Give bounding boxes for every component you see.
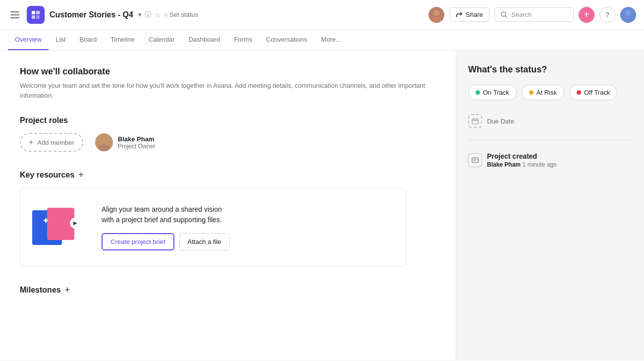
- resources-title: Key resources: [20, 171, 74, 180]
- status-buttons: On Track At Risk Off Track: [468, 85, 632, 100]
- svg-rect-14: [472, 119, 478, 124]
- roles-header: Project roles: [20, 116, 436, 125]
- main-layout: How we'll collaborate Welcome your team …: [0, 51, 644, 360]
- svg-rect-6: [36, 15, 40, 19]
- svg-rect-0: [10, 11, 19, 12]
- sidebar-panel: What's the status? On Track At Risk Off …: [456, 51, 644, 360]
- illus-sparkle: ✦: [42, 215, 50, 226]
- app-icon: [27, 6, 45, 24]
- svg-point-12: [101, 137, 107, 144]
- svg-point-10: [625, 10, 631, 16]
- title-actions: ▾ ⓘ ☆ Set status: [138, 10, 198, 19]
- navbar-left: Customer Stories - Q4 ▾ ⓘ ☆ Set status: [8, 6, 424, 24]
- tab-conversations[interactable]: Conversations: [259, 30, 314, 50]
- status-off-track[interactable]: Off Track: [569, 85, 618, 100]
- tab-timeline[interactable]: Timeline: [104, 30, 142, 50]
- share-label: Share: [466, 11, 483, 18]
- roles-list: + Add member Blake Pham Project Owner: [20, 133, 436, 152]
- created-meta: Blake Pham 1 minute ago: [487, 161, 557, 168]
- svg-rect-1: [10, 14, 19, 15]
- tab-calendar[interactable]: Calendar: [142, 30, 182, 50]
- share-button[interactable]: Share: [449, 7, 489, 22]
- search-box[interactable]: Search: [494, 7, 574, 22]
- member-avatar-blake: [95, 133, 113, 151]
- tab-board[interactable]: Board: [72, 30, 104, 50]
- help-button[interactable]: ?: [599, 7, 615, 23]
- set-status[interactable]: Set status: [164, 11, 198, 18]
- svg-point-8: [431, 16, 441, 23]
- resources-add-icon[interactable]: +: [78, 170, 84, 180]
- hamburger-icon[interactable]: [8, 11, 22, 18]
- content-area: How we'll collaborate Welcome your team …: [0, 51, 456, 360]
- resources-header: Key resources +: [20, 170, 436, 180]
- svg-rect-15: [472, 158, 478, 163]
- off-track-dot: [577, 90, 581, 95]
- member-name: Blake Pham: [118, 135, 156, 143]
- created-icon: [468, 153, 482, 167]
- created-by: Blake Pham: [487, 161, 521, 168]
- tab-forms[interactable]: Forms: [227, 30, 259, 50]
- due-date-label: Due Date: [487, 118, 514, 125]
- off-track-label: Off Track: [584, 89, 610, 96]
- at-risk-label: At Risk: [537, 89, 557, 96]
- calendar-icon: [468, 114, 482, 128]
- project-title: Customer Stories - Q4: [50, 10, 133, 19]
- status-on-track[interactable]: On Track: [468, 85, 517, 100]
- add-button[interactable]: +: [579, 7, 594, 23]
- created-time: 1 minute ago: [522, 161, 556, 168]
- milestones-add-icon[interactable]: +: [65, 285, 70, 295]
- resource-illustration: ✦ ▶: [32, 208, 82, 247]
- milestones-title: Milestones: [20, 286, 61, 295]
- create-project-brief-button[interactable]: Create project brief: [102, 233, 174, 250]
- search-placeholder: Search: [511, 11, 532, 18]
- resource-content: Align your team around a shared visionwi…: [102, 204, 394, 250]
- member-info-blake: Blake Pham Project Owner: [118, 135, 156, 150]
- resources-section: Key resources + ✦ ▶ Align your team arou…: [20, 170, 436, 267]
- tabbar: Overview List Board Timeline Calendar Da…: [0, 30, 644, 51]
- resource-actions: Create project brief Attach a file: [102, 233, 394, 250]
- svg-point-13: [98, 144, 110, 151]
- collaborate-desc: Welcome your team and set the tone for h…: [20, 81, 436, 100]
- tab-dashboard[interactable]: Dashboard: [182, 30, 227, 50]
- at-risk-dot: [529, 90, 534, 95]
- dropdown-chevron[interactable]: ▾: [138, 11, 142, 18]
- svg-rect-4: [36, 11, 40, 14]
- milestones-section: Milestones +: [20, 285, 436, 295]
- svg-rect-3: [32, 11, 35, 14]
- star-icon[interactable]: ☆: [155, 11, 161, 19]
- user-avatar-left: [429, 7, 444, 23]
- collaborate-section: How we'll collaborate Welcome your team …: [20, 66, 436, 100]
- svg-rect-2: [10, 17, 19, 18]
- illus-play-icon: ▶: [70, 218, 81, 229]
- project-created: Project created Blake Pham 1 minute ago: [468, 152, 632, 168]
- status-at-risk[interactable]: At Risk: [522, 85, 564, 100]
- svg-point-11: [623, 16, 633, 23]
- add-member-button[interactable]: + Add member: [20, 133, 83, 152]
- collaborate-title: How we'll collaborate: [20, 66, 436, 77]
- svg-rect-5: [32, 15, 35, 19]
- navbar-right: Share Search + ?: [429, 7, 636, 23]
- due-date-row[interactable]: Due Date: [468, 114, 632, 140]
- on-track-dot: [476, 90, 480, 95]
- info-icon[interactable]: ⓘ: [145, 10, 152, 19]
- project-created-label: Project created: [487, 152, 557, 160]
- resource-text: Align your team around a shared visionwi…: [102, 204, 394, 225]
- tab-overview[interactable]: Overview: [8, 30, 49, 50]
- tab-list[interactable]: List: [49, 30, 72, 50]
- navbar: Customer Stories - Q4 ▾ ⓘ ☆ Set status S…: [0, 0, 644, 30]
- add-member-plus-icon: +: [29, 138, 33, 147]
- member-card-blake: Blake Pham Project Owner: [95, 133, 156, 151]
- user-avatar-right: [620, 7, 636, 23]
- add-member-label: Add member: [37, 139, 74, 146]
- roles-section: Project roles + Add member Blake Pham Pr…: [20, 116, 436, 152]
- on-track-label: On Track: [483, 89, 509, 96]
- attach-file-button[interactable]: Attach a file: [179, 233, 230, 250]
- member-role: Project Owner: [118, 143, 156, 150]
- resource-card: ✦ ▶ Align your team around a shared visi…: [20, 188, 406, 267]
- svg-point-7: [433, 10, 439, 16]
- created-info: Project created Blake Pham 1 minute ago: [487, 152, 557, 168]
- sidebar-title: What's the status?: [468, 64, 632, 75]
- tab-more[interactable]: More...: [314, 30, 348, 50]
- milestones-header: Milestones +: [20, 285, 436, 295]
